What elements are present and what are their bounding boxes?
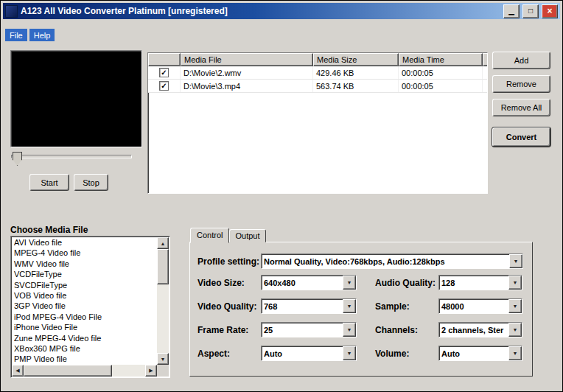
chevron-down-icon[interactable]: ▼ [343, 276, 356, 290]
combo-value: 25 [262, 323, 343, 337]
add-button[interactable]: Add [492, 52, 550, 69]
list-item[interactable]: XBox360 MPG file [12, 343, 157, 354]
chevron-down-icon[interactable]: ▼ [343, 346, 356, 360]
list-item[interactable]: PMP Video file [12, 354, 157, 364]
list-item[interactable]: iPhone Video File [12, 322, 157, 332]
vertical-scrollbar-thumb[interactable] [157, 249, 169, 284]
close-icon: × [547, 7, 552, 15]
start-button[interactable]: Start [29, 174, 69, 191]
scroll-left-icon[interactable]: ◀ [12, 365, 24, 377]
table-header: Media File Media Size Media Time [148, 53, 487, 66]
remove-button-label: Remove [506, 80, 536, 88]
remove-all-button[interactable]: Remove All [492, 99, 550, 116]
table-row[interactable]: ✓ D:\Movie\2.wmv 429.46 KB 00:00:05 [148, 66, 487, 80]
media-type-listbox: AVI Video file MPEG-4 Video file WMV Vid… [10, 236, 170, 378]
list-item[interactable]: VCDFileType [12, 269, 157, 279]
minimize-icon: ▁ [508, 7, 514, 15]
list-item[interactable]: iPod MPEG-4 Video File [12, 312, 157, 322]
combo-value: Auto [439, 346, 508, 360]
choose-media-file-label: Choose Media File [10, 225, 88, 235]
list-item[interactable]: SVCDFileType [12, 280, 157, 290]
list-item[interactable]: 3GP Video file [12, 301, 157, 311]
list-item[interactable]: VOB Video file [12, 290, 157, 301]
combo-value: 48000 [439, 299, 508, 313]
stop-button-label: Stop [83, 178, 99, 187]
list-item[interactable]: Zune MPEG-4 Video file [12, 333, 157, 343]
frame-rate-label: Frame Rate: [197, 325, 248, 335]
scroll-right-icon[interactable]: ▶ [145, 365, 157, 377]
list-item[interactable]: WMV Video file [12, 259, 157, 269]
volume-label: Volume: [375, 349, 409, 359]
header-filler [483, 53, 488, 66]
combo-value: Normal Quality, Video:768kbps, Audio:128… [262, 254, 509, 268]
menu-help[interactable]: Help [29, 29, 55, 41]
chevron-down-icon[interactable]: ▼ [508, 323, 522, 337]
combo-value: 128 [439, 276, 508, 290]
volume-select[interactable]: Auto ▼ [438, 346, 522, 361]
vertical-scrollbar[interactable]: ▲ ▼ [157, 237, 169, 365]
table-row[interactable]: ✓ D:\Movie\3.mp4 563.74 KB 00:00:05 [148, 80, 487, 93]
checkbox-cell: ✓ [148, 80, 181, 92]
convert-button-label: Convert [506, 133, 537, 141]
close-button[interactable]: × [542, 4, 558, 18]
video-size-select[interactable]: 640x480 ▼ [261, 275, 357, 290]
media-size-cell: 429.46 KB [313, 66, 399, 79]
row-checkbox[interactable]: ✓ [159, 68, 169, 77]
video-preview [10, 50, 142, 147]
header-media-size[interactable]: Media Size [313, 53, 399, 66]
remove-all-button-label: Remove All [501, 103, 542, 112]
window-title: A123 All Video Converter Platinum [unreg… [21, 6, 500, 16]
channels-label: Channels: [375, 325, 418, 335]
chevron-down-icon[interactable]: ▼ [509, 254, 522, 268]
chevron-down-icon[interactable]: ▼ [343, 299, 356, 313]
audio-quality-label: Audio Quality: [375, 278, 436, 288]
combo-value: Auto [262, 346, 343, 360]
profile-setting-label: Profile setting: [197, 256, 259, 267]
scroll-down-icon[interactable]: ▼ [157, 353, 169, 365]
profile-setting-select[interactable]: Normal Quality, Video:768kbps, Audio:128… [261, 253, 523, 269]
app-icon [5, 5, 18, 18]
frame-rate-select[interactable]: 25 ▼ [261, 322, 357, 337]
convert-button[interactable]: Convert [492, 127, 550, 147]
list-item[interactable]: AVI Video file [12, 237, 157, 248]
remove-button[interactable]: Remove [492, 75, 550, 93]
media-time-cell: 00:00:05 [399, 66, 483, 79]
chevron-down-icon[interactable]: ▼ [508, 276, 522, 290]
scrollbar-corner [157, 365, 169, 377]
media-file-cell: D:\Movie\2.wmv [181, 66, 313, 79]
media-type-list: AVI Video file MPEG-4 Video file WMV Vid… [12, 237, 157, 365]
combo-value: 768 [262, 299, 343, 313]
header-media-file[interactable]: Media File [181, 53, 313, 66]
row-filler [483, 80, 488, 92]
maximize-icon: □ [528, 7, 533, 15]
horizontal-scrollbar-thumb[interactable] [24, 365, 112, 377]
header-checkbox-column[interactable] [148, 53, 181, 66]
audio-quality-select[interactable]: 128 ▼ [438, 275, 522, 290]
app-window: A123 All Video Converter Platinum [unreg… [0, 0, 563, 392]
tab-control[interactable]: Control [190, 228, 229, 243]
titlebar[interactable]: A123 All Video Converter Platinum [unreg… [3, 3, 560, 19]
checkbox-cell: ✓ [148, 66, 181, 79]
video-quality-label: Video Quality: [197, 301, 256, 312]
row-checkbox[interactable]: ✓ [159, 81, 169, 91]
tab-output[interactable]: Output [229, 229, 265, 242]
chevron-down-icon[interactable]: ▼ [343, 323, 356, 337]
menu-file[interactable]: File [5, 29, 27, 41]
list-item[interactable]: MPEG-4 Video file [12, 248, 157, 258]
chevron-down-icon[interactable]: ▼ [508, 346, 522, 360]
seek-slider-thumb[interactable] [13, 152, 22, 166]
aspect-select[interactable]: Auto ▼ [261, 346, 357, 361]
video-quality-select[interactable]: 768 ▼ [261, 298, 357, 314]
sample-select[interactable]: 48000 ▼ [438, 298, 522, 314]
header-media-time[interactable]: Media Time [399, 53, 483, 66]
seek-slider-track[interactable] [11, 155, 132, 158]
scroll-up-icon[interactable]: ▲ [157, 237, 169, 249]
start-button-label: Start [41, 178, 57, 187]
chevron-down-icon[interactable]: ▼ [508, 299, 522, 313]
minimize-button[interactable]: ▁ [503, 4, 520, 18]
menubar: File Help [5, 29, 55, 41]
stop-button[interactable]: Stop [74, 174, 108, 191]
horizontal-scrollbar[interactable]: ◀ ▶ [12, 365, 157, 377]
maximize-button[interactable]: □ [522, 4, 539, 18]
channels-select[interactable]: 2 channels, Ster ▼ [438, 322, 522, 337]
